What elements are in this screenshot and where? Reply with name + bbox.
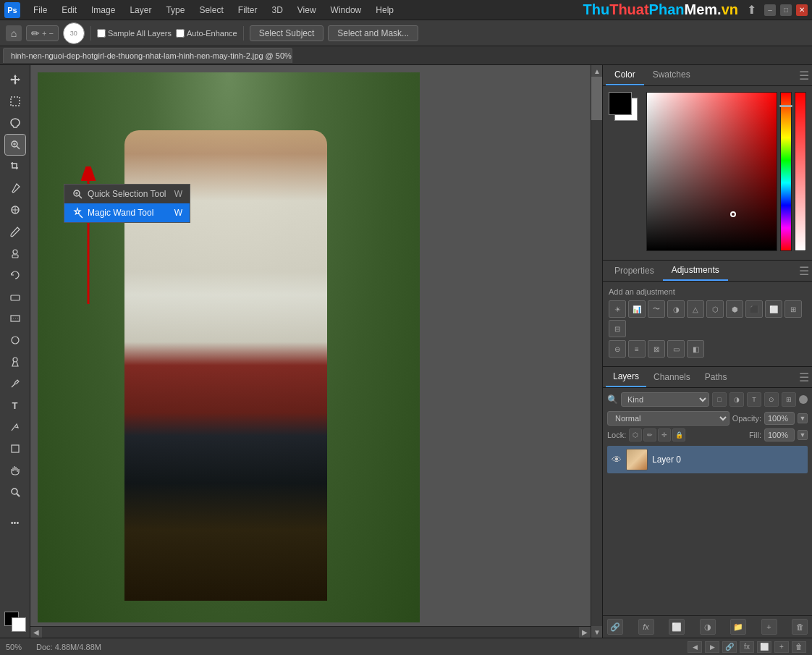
layer-filter-adj[interactable]: ◑ xyxy=(729,392,744,407)
blend-mode-select[interactable]: Normal xyxy=(607,411,729,426)
more-tools[interactable]: ••• xyxy=(5,512,25,533)
channel-mixer-adj-icon[interactable]: ⊞ xyxy=(784,300,802,318)
dodge-tool[interactable] xyxy=(5,352,25,372)
menu-image[interactable]: Image xyxy=(85,4,121,17)
background-color[interactable] xyxy=(12,617,26,632)
color-gradient-picker[interactable] xyxy=(646,92,777,251)
hue-slider[interactable] xyxy=(780,92,792,251)
lock-pixels-icon[interactable]: ⬡ xyxy=(629,428,642,441)
tab-layers[interactable]: Layers xyxy=(606,367,646,387)
layer-filter-toggle[interactable] xyxy=(799,395,808,404)
color-lookup-adj-icon[interactable]: ⊟ xyxy=(609,320,626,337)
opacity-unit-toggle[interactable]: ▼ xyxy=(798,413,808,423)
brush-size-preview[interactable]: 30 xyxy=(63,22,85,44)
menu-3d[interactable]: 3D xyxy=(266,4,288,17)
scroll-right-button[interactable]: ▶ xyxy=(579,627,591,638)
layer-filter-shape[interactable]: ⊙ xyxy=(764,392,779,407)
pen-tool[interactable] xyxy=(5,373,25,394)
share-icon[interactable]: ⬆ xyxy=(743,1,760,19)
layer-filter-pixel[interactable]: □ xyxy=(712,392,727,407)
add-group-icon[interactable]: 📁 xyxy=(730,619,746,635)
h-scroll-track[interactable] xyxy=(42,627,579,638)
lock-all-icon[interactable]: 🔒 xyxy=(672,428,685,441)
v-scroll-thumb[interactable] xyxy=(591,77,602,120)
document-tab[interactable]: hinh-nen-nguoi-dep-hotgirl-de-thuong-nha… xyxy=(3,48,292,63)
posterize-adj-icon[interactable]: ≡ xyxy=(628,340,646,358)
menu-layer[interactable]: Layer xyxy=(124,4,157,17)
lock-position-icon[interactable]: ✏ xyxy=(643,428,656,441)
select-mask-button[interactable]: Select and Mask... xyxy=(328,25,418,41)
canvas-image[interactable] xyxy=(38,72,420,622)
magic-wand-dropdown-item[interactable]: Magic Wand Tool W xyxy=(64,203,190,222)
tab-paths[interactable]: Paths xyxy=(698,368,735,386)
layer-row-0[interactable]: 👁 Layer 0 xyxy=(607,446,808,473)
hand-tool[interactable] xyxy=(5,460,25,481)
v-scroll-track[interactable] xyxy=(591,77,602,626)
opacity-input[interactable] xyxy=(764,412,795,425)
move-tool[interactable] xyxy=(5,69,25,90)
hue-sat-adj-icon[interactable]: ⬡ xyxy=(706,300,724,318)
prop-panel-menu-icon[interactable]: ☰ xyxy=(799,264,809,278)
add-mask-icon[interactable]: ⬜ xyxy=(669,619,685,635)
eyedropper-tool[interactable] xyxy=(5,178,25,198)
layer-link-icon[interactable]: 🔗 xyxy=(607,619,623,635)
layer-filter-smart[interactable]: ⊞ xyxy=(782,392,796,407)
link-status-icon[interactable]: 🔗 xyxy=(722,641,737,653)
add-layer-status-icon[interactable]: + xyxy=(774,641,789,653)
fx-status-icon[interactable]: fx xyxy=(740,641,754,653)
select-subject-button[interactable]: Select Subject xyxy=(250,25,324,41)
tab-adjustments[interactable]: Adjustments xyxy=(663,261,728,281)
quick-selection-dropdown-item[interactable]: Quick Selection Tool W xyxy=(64,185,190,203)
layer-fx-icon[interactable]: fx xyxy=(638,619,654,635)
tab-channels[interactable]: Channels xyxy=(646,368,698,386)
tab-properties[interactable]: Properties xyxy=(606,261,663,280)
exposure-adj-icon[interactable]: ◑ xyxy=(667,300,685,318)
menu-edit[interactable]: Edit xyxy=(56,4,83,17)
layers-panel-menu-icon[interactable]: ☰ xyxy=(799,371,809,384)
scroll-down-button[interactable]: ▼ xyxy=(591,626,602,638)
vibrance-adj-icon[interactable]: △ xyxy=(687,300,704,318)
blur-tool[interactable] xyxy=(5,330,25,350)
sample-all-layers-checkbox[interactable] xyxy=(97,29,106,38)
fill-input[interactable] xyxy=(764,428,795,441)
levels-adj-icon[interactable]: 📊 xyxy=(628,300,646,318)
bw-adj-icon[interactable]: ⬛ xyxy=(745,300,763,318)
menu-file[interactable]: File xyxy=(28,4,53,17)
selection-tool[interactable] xyxy=(5,91,25,111)
healing-brush[interactable] xyxy=(5,200,25,220)
alpha-slider[interactable] xyxy=(795,92,806,251)
history-brush[interactable] xyxy=(5,265,25,285)
clone-stamp[interactable] xyxy=(5,243,25,263)
menu-view[interactable]: View xyxy=(292,4,322,17)
foreground-color-box[interactable] xyxy=(609,92,632,115)
tab-color[interactable]: Color xyxy=(606,65,644,85)
tab-swatches[interactable]: Swatches xyxy=(644,65,699,85)
invert-adj-icon[interactable]: ⊖ xyxy=(609,340,626,358)
gradient-tool[interactable] xyxy=(5,308,25,329)
layers-kind-select[interactable]: Kind xyxy=(621,392,709,407)
auto-enhance-label[interactable]: Auto-Enhance xyxy=(176,29,237,38)
auto-enhance-checkbox[interactable] xyxy=(176,29,185,38)
scroll-up-button[interactable]: ▲ xyxy=(591,65,602,77)
delete-layer-icon[interactable]: 🗑 xyxy=(792,619,808,635)
add-fill-icon[interactable]: ◑ xyxy=(700,619,716,635)
minimize-button[interactable]: – xyxy=(764,4,776,16)
menu-type[interactable]: Type xyxy=(160,4,190,17)
home-icon[interactable]: ⌂ xyxy=(6,25,22,41)
scroll-left-button[interactable]: ◀ xyxy=(30,627,42,638)
menu-select[interactable]: Select xyxy=(193,4,229,17)
brightness-adj-icon[interactable]: ☀ xyxy=(609,300,626,318)
curves-adj-icon[interactable]: 〜 xyxy=(648,300,665,318)
threshold-adj-icon[interactable]: ⊠ xyxy=(648,340,665,358)
shape-tool[interactable] xyxy=(5,439,25,459)
menu-help[interactable]: Help xyxy=(370,4,399,17)
menu-window[interactable]: Window xyxy=(325,4,368,17)
lasso-tool[interactable] xyxy=(5,113,25,133)
zoom-tool[interactable] xyxy=(5,482,25,502)
fg-bg-colors-widget[interactable] xyxy=(4,612,26,632)
lock-artboard-icon[interactable]: ✛ xyxy=(658,428,671,441)
brush-options[interactable]: ✏ + − xyxy=(26,25,59,41)
quick-selection-tool[interactable] xyxy=(5,135,25,155)
nav-prev-button[interactable]: ◀ xyxy=(688,641,702,653)
selective-color-adj-icon[interactable]: ◧ xyxy=(687,340,704,358)
